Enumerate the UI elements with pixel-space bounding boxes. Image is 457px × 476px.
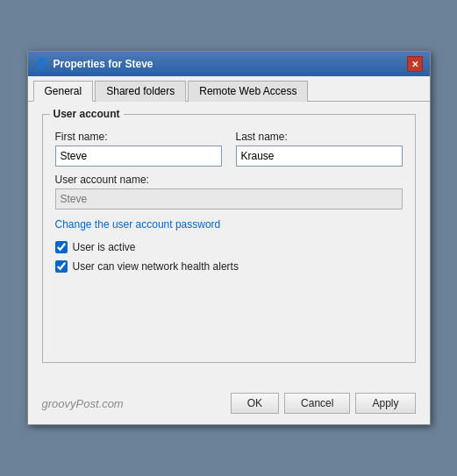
- last-name-label: Last name:: [236, 131, 403, 143]
- account-name-label: User account name:: [55, 174, 403, 186]
- tab-shared-folders[interactable]: Shared folders: [95, 81, 186, 102]
- user-active-row: User is active: [55, 241, 403, 253]
- title-bar-left: 👤 Properties for Steve: [35, 57, 154, 71]
- last-name-input[interactable]: [236, 146, 403, 167]
- user-account-group: User account First name: Last name: User…: [42, 114, 416, 363]
- tab-bar: General Shared folders Remote Web Access: [28, 76, 430, 102]
- user-active-label: User is active: [73, 241, 136, 253]
- tab-general[interactable]: General: [33, 81, 94, 102]
- window-title: Properties for Steve: [54, 58, 154, 70]
- user-health-row: User can view network health alerts: [55, 260, 403, 273]
- window-icon: 👤: [35, 57, 49, 71]
- first-name-input[interactable]: [55, 146, 222, 167]
- tab-content: User account First name: Last name: User…: [28, 102, 430, 386]
- last-name-field: Last name:: [236, 131, 403, 167]
- account-name-input[interactable]: [55, 188, 403, 210]
- footer-buttons: OK Cancel Apply: [231, 393, 416, 414]
- cancel-button[interactable]: Cancel: [284, 393, 350, 414]
- ok-button[interactable]: OK: [231, 393, 279, 414]
- change-password-link[interactable]: Change the user account password: [55, 218, 403, 231]
- first-name-label: First name:: [55, 131, 222, 143]
- footer: groovyPost.com OK Cancel Apply: [28, 386, 430, 424]
- apply-button[interactable]: Apply: [355, 393, 415, 414]
- main-window: 👤 Properties for Steve ✕ General Shared …: [27, 51, 431, 425]
- watermark: groovyPost.com: [42, 397, 124, 410]
- user-health-checkbox[interactable]: [55, 260, 68, 273]
- close-button[interactable]: ✕: [407, 56, 423, 72]
- tab-remote-web-access[interactable]: Remote Web Access: [188, 81, 308, 102]
- user-health-label: User can view network health alerts: [73, 260, 239, 273]
- title-bar: 👤 Properties for Steve ✕: [28, 52, 430, 76]
- name-row: First name: Last name:: [55, 131, 403, 167]
- account-name-field: User account name:: [55, 174, 403, 210]
- first-name-field: First name:: [55, 131, 222, 167]
- section-label: User account: [50, 108, 124, 120]
- user-active-checkbox[interactable]: [55, 241, 68, 253]
